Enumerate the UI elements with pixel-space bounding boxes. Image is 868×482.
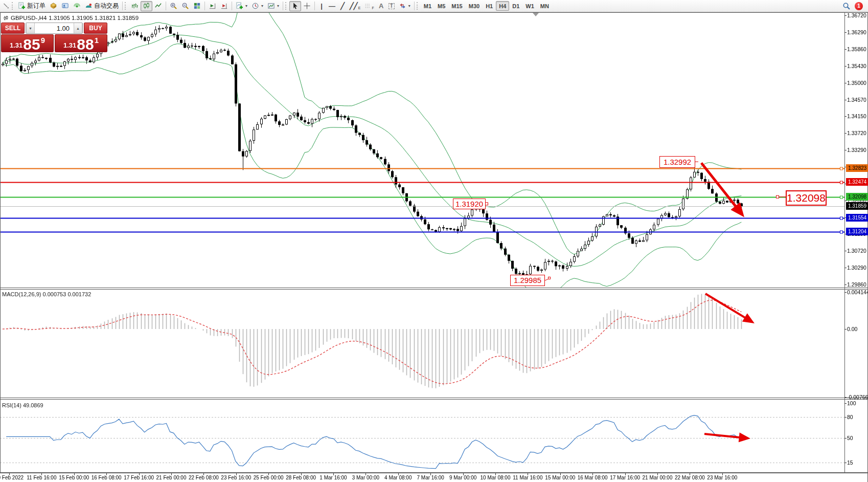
buy-button[interactable]: BUY [84,23,107,34]
rsi-axis-tick: 100 [847,400,856,406]
volume-increase-button[interactable]: ▲ [74,23,82,33]
price-axis-tick: 1.33290 [847,147,866,153]
arrows-button[interactable]: ▾ [397,1,413,11]
bid-price-button[interactable]: 1.31859 [1,34,54,52]
trendline-icon: ╱ [340,3,345,9]
time-axis-label: 22 Mar 08:00 [675,475,705,480]
line-chart-button[interactable] [152,1,164,11]
vertical-line-button[interactable]: | [316,1,327,11]
ask-price-button[interactable]: 1.31881 [55,34,107,52]
tile-windows-button[interactable] [191,1,203,11]
text-label-button[interactable]: T [386,1,397,11]
fibonacci-sub-label: F [372,6,374,10]
timeframe-button-m15[interactable]: M15 [448,1,465,11]
annotation-swing-low: 1.29985 [510,275,545,286]
candlestick-chart-icon [143,2,150,10]
ask-big-digits: 88 [77,38,94,51]
time-axis-label: 1 Mar 16:00 [319,475,347,480]
timeframe-button-h1[interactable]: H1 [483,1,496,11]
time-axis-label: 28 Feb 08:00 [286,475,316,480]
timeframe-button-d1[interactable]: D1 [509,1,522,11]
text-button[interactable]: A [376,1,386,11]
rsi-axis-tick: 50 [847,435,853,441]
templates-button[interactable]: ▾ [265,1,281,11]
fibonacci-button[interactable]: F [362,1,376,11]
quotes-button[interactable] [48,1,59,11]
periods-button[interactable]: ▾ [249,1,265,11]
volume-decrease-button[interactable]: ▼ [26,23,35,33]
autotrading-button[interactable]: 自动交易 [83,1,121,11]
toolbar-drag-handle [417,2,419,10]
crosshair-button[interactable] [301,1,313,11]
toolbar-separator [122,2,123,10]
remote-terminal-button[interactable] [59,1,71,11]
notifications-badge[interactable]: 1 [855,2,863,10]
text-icon: A [379,3,383,9]
ask-pip-digit: 1 [95,36,99,45]
bid-prefix: 1.31 [10,41,22,49]
toolbar: 新订单 自动交易 [0,0,868,12]
price-axis-tick: 1.30290 [847,265,866,271]
macd-axis-tick: -0.007664 [847,394,868,400]
line-chart-icon [154,2,162,10]
autotrading-label: 自动交易 [94,2,119,10]
time-axis-label: 11 Mar 16:00 [513,475,542,480]
price-axis-tick: 1.29860 [847,281,866,288]
trendline-button[interactable]: ╱ [337,1,348,11]
candlestick-chart-button[interactable] [141,1,152,11]
time-axis-label: 22 Feb 08:00 [189,475,219,480]
macd-axis-tick: 0.004144 [847,289,868,295]
timeframe-button-h4[interactable]: H4 [496,1,509,11]
timeframe-button-m1[interactable]: M1 [421,1,435,11]
gold-package-icon [50,2,57,10]
timeframe-button-m30[interactable]: M30 [466,1,483,11]
chevron-down-icon: ▾ [245,4,247,8]
horizontal-line-icon: — [329,3,335,9]
horizontal-line-button[interactable]: — [327,1,337,11]
signals-button[interactable] [71,1,83,11]
chevron-down-icon: ▾ [261,4,263,8]
auto-scroll-button[interactable] [207,1,218,11]
toolbar-separator [414,2,415,10]
search-button[interactable] [840,1,853,11]
volume-input[interactable] [35,23,74,33]
new-order-button[interactable]: 新订单 [16,1,48,11]
annotation-pullback: 1.31920 [453,199,486,209]
toolbar-right-group: 1 [840,1,867,11]
vertical-line-icon: | [321,3,323,9]
zoom-out-button[interactable] [179,1,191,11]
toolbar-separator [166,2,166,10]
text-label-icon: T [389,3,395,9]
timeframe-button-mn[interactable]: MN [537,1,552,11]
timeframe-group: M1M5M15M30H1H4D1W1MN [421,1,552,11]
zoom-in-button[interactable] [168,1,179,11]
current-price-label: 1.31859 [846,202,868,210]
triangle-up-icon: ▲ [76,27,80,30]
indicators-button[interactable]: ▾ [234,1,249,11]
time-axis-label: 9 Mar 00:00 [449,475,476,480]
price-level-label: 1.32474 [846,178,868,186]
sell-button[interactable]: SELL [1,23,25,34]
chart-plot-canvas[interactable] [0,0,868,482]
timeframe-button-m5[interactable]: M5 [435,1,448,11]
chart-shift-button[interactable] [218,1,230,11]
bid-pip-digit: 9 [41,36,45,45]
terminal-user-icon [61,2,69,10]
chevron-down-icon: ▾ [277,4,279,8]
timeframe-button-w1[interactable]: W1 [522,1,537,11]
toolbar-separator [283,2,283,10]
time-axis-label: 23 Mar 16:00 [707,475,737,480]
chart-shift-marker[interactable] [533,13,539,16]
clock-icon [252,2,259,10]
cursor-button[interactable] [289,1,301,11]
zoom-out-icon [181,2,189,10]
equidistant-channel-button[interactable]: ╱╱E [348,1,362,11]
time-axis-label: 21 Feb 00:00 [156,475,187,480]
zoom-in-icon [170,2,177,10]
clipped-toolbar-icon[interactable] [1,1,11,11]
channel-sub-label: E [358,6,361,10]
fibonacci-icon [364,3,371,9]
bar-chart-button[interactable] [129,1,141,11]
time-axis-label: 7 Mar 16:00 [417,475,444,480]
cursor-icon [291,2,299,10]
